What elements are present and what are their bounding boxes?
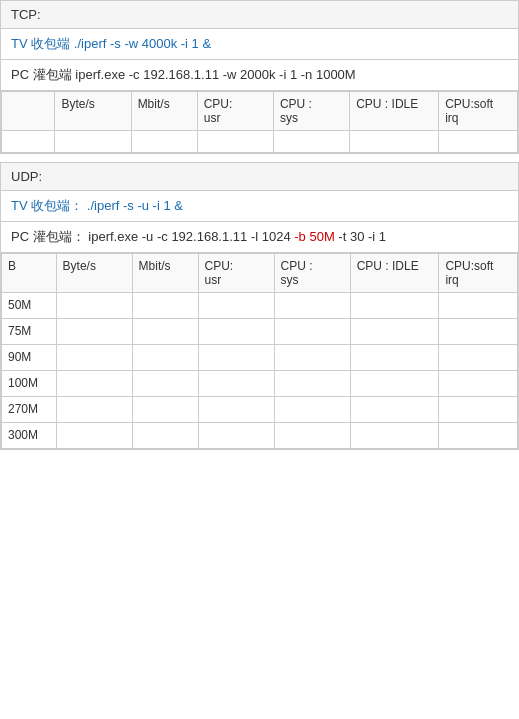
udp-cell-3-cpu_idle [350, 371, 439, 397]
tcp-th-cpu-idle: CPU : IDLE [350, 92, 439, 131]
udp-th-cpu-sirq: CPU:softirq [439, 254, 518, 293]
udp-tv-label: TV 收包端： [11, 198, 83, 213]
udp-cell-1-b: 75M [2, 319, 57, 345]
udp-th-cpu-usr: CPU:usr [198, 254, 274, 293]
udp-cell-3-bytes [56, 371, 132, 397]
udp-cell-5-cpu_idle [350, 423, 439, 449]
udp-cell-3-cpu_sys [274, 371, 350, 397]
udp-cell-2-cpu_idle [350, 345, 439, 371]
udp-cell-4-cpu_idle [350, 397, 439, 423]
udp-cell-5-b: 300M [2, 423, 57, 449]
udp-label: UDP: [11, 169, 42, 184]
udp-th-mbit: Mbit/s [132, 254, 198, 293]
udp-section: UDP: TV 收包端： ./iperf -s -u -i 1 & PC 灌包端… [0, 162, 519, 450]
udp-cell-1-cpu_idle [350, 319, 439, 345]
tcp-pc-command-row: PC 灌包端 iperf.exe -c 192.168.1.11 -w 2000… [1, 60, 518, 91]
udp-row-1: 75M [2, 319, 518, 345]
tcp-cell-empty-4 [197, 131, 273, 153]
tcp-th-cpu-sys: CPU :sys [273, 92, 349, 131]
udp-cell-2-cpu_usr [198, 345, 274, 371]
udp-cell-0-cpu_idle [350, 293, 439, 319]
udp-pc-command-suffix: -t 30 -i 1 [335, 229, 386, 244]
udp-th-b: B [2, 254, 57, 293]
udp-cell-2-bytes [56, 345, 132, 371]
udp-tv-command: ./iperf -s -u -i 1 & [87, 198, 183, 213]
udp-cell-1-bytes [56, 319, 132, 345]
tcp-pc-label: PC 灌包端 [11, 67, 72, 82]
tcp-th-mbit: Mbit/s [131, 92, 197, 131]
udp-pc-command-highlight: -b 50M [294, 229, 334, 244]
udp-cell-5-mbit [132, 423, 198, 449]
tcp-empty-row-1 [2, 131, 518, 153]
tcp-pc-command: iperf.exe -c 192.168.1.11 -w 2000k -i 1 … [75, 67, 355, 82]
udp-cell-4-mbit [132, 397, 198, 423]
udp-header: UDP: [1, 163, 518, 191]
udp-row-2: 90M [2, 345, 518, 371]
udp-cell-1-cpu_usr [198, 319, 274, 345]
udp-cell-0-mbit [132, 293, 198, 319]
udp-cell-5-cpu_usr [198, 423, 274, 449]
tcp-tv-command: ./iperf -s -w 4000k -i 1 & [74, 36, 211, 51]
udp-cell-0-cpu_usr [198, 293, 274, 319]
tcp-th-empty [2, 92, 55, 131]
tcp-cell-empty-5 [273, 131, 349, 153]
udp-pc-command-prefix: iperf.exe -u -c 192.168.1.11 -l 1024 [88, 229, 294, 244]
udp-cell-4-cpu_sys [274, 397, 350, 423]
udp-row-0: 50M [2, 293, 518, 319]
udp-cell-5-cpu_sirq [439, 423, 518, 449]
udp-cell-3-mbit [132, 371, 198, 397]
udp-th-bytes: Byte/s [56, 254, 132, 293]
tcp-tv-label: TV 收包端 [11, 36, 70, 51]
udp-th-cpu-idle: CPU : IDLE [350, 254, 439, 293]
udp-cell-2-b: 90M [2, 345, 57, 371]
udp-pc-label: PC 灌包端： [11, 229, 85, 244]
udp-row-5: 300M [2, 423, 518, 449]
udp-cell-4-cpu_sirq [439, 397, 518, 423]
udp-cell-4-b: 270M [2, 397, 57, 423]
udp-cell-0-cpu_sirq [439, 293, 518, 319]
udp-cell-4-bytes [56, 397, 132, 423]
tcp-tv-command-row: TV 收包端 ./iperf -s -w 4000k -i 1 & [1, 29, 518, 60]
tcp-header: TCP: [1, 1, 518, 29]
udp-cell-3-cpu_usr [198, 371, 274, 397]
tcp-cell-empty-3 [131, 131, 197, 153]
udp-cell-5-bytes [56, 423, 132, 449]
udp-cell-0-bytes [56, 293, 132, 319]
udp-pc-command-row: PC 灌包端： iperf.exe -u -c 192.168.1.11 -l … [1, 222, 518, 253]
udp-cell-4-cpu_usr [198, 397, 274, 423]
tcp-cell-empty-1 [2, 131, 55, 153]
udp-cell-0-cpu_sys [274, 293, 350, 319]
udp-cell-1-mbit [132, 319, 198, 345]
tcp-section: TCP: TV 收包端 ./iperf -s -w 4000k -i 1 & P… [0, 0, 519, 154]
udp-row-4: 270M [2, 397, 518, 423]
udp-row-3: 100M [2, 371, 518, 397]
udp-table: B Byte/s Mbit/s CPU:usr CPU :sys CPU : I… [1, 253, 518, 449]
tcp-label: TCP: [11, 7, 41, 22]
udp-cell-2-cpu_sirq [439, 345, 518, 371]
udp-cell-1-cpu_sys [274, 319, 350, 345]
tcp-th-cpu-sirq: CPU:softirq [439, 92, 518, 131]
udp-cell-3-b: 100M [2, 371, 57, 397]
udp-cell-5-cpu_sys [274, 423, 350, 449]
tcp-th-cpu-usr: CPU:usr [197, 92, 273, 131]
udp-cell-1-cpu_sirq [439, 319, 518, 345]
tcp-th-bytes: Byte/s [55, 92, 131, 131]
udp-tv-command-row: TV 收包端： ./iperf -s -u -i 1 & [1, 191, 518, 222]
tcp-cell-empty-6 [350, 131, 439, 153]
udp-cell-0-b: 50M [2, 293, 57, 319]
udp-cell-2-mbit [132, 345, 198, 371]
udp-cell-2-cpu_sys [274, 345, 350, 371]
udp-th-cpu-sys: CPU :sys [274, 254, 350, 293]
tcp-cell-empty-2 [55, 131, 131, 153]
udp-cell-3-cpu_sirq [439, 371, 518, 397]
tcp-cell-empty-7 [439, 131, 518, 153]
tcp-table: Byte/s Mbit/s CPU:usr CPU :sys CPU : IDL… [1, 91, 518, 153]
